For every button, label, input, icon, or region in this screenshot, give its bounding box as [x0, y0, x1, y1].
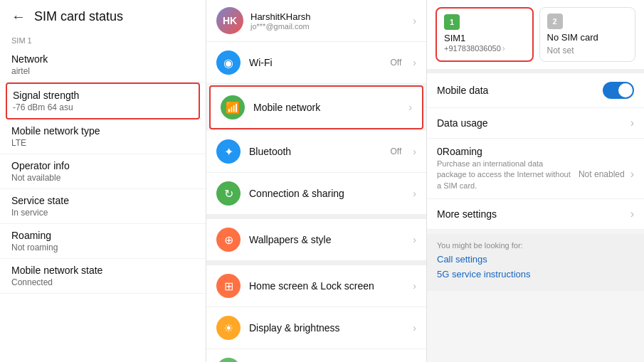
- info-row-1: Signal strength -76 dBm 64 asu: [6, 82, 200, 119]
- left-header: ← SIM card status: [0, 0, 206, 33]
- menu-label-4: Wallpapers & style: [249, 234, 404, 245]
- menu-chevron-4-icon: ›: [413, 234, 416, 245]
- menu-chevron-5-icon: ›: [413, 280, 416, 292]
- info-value-2: LTE: [11, 138, 194, 148]
- info-label-5: Roaming: [11, 230, 194, 241]
- sim2-name: No SIM card: [547, 32, 628, 43]
- user-row[interactable]: HK HarshitKHarsh jo***@gmail.com ›: [206, 0, 426, 42]
- info-row-3: Operator info Not available: [0, 154, 206, 189]
- mobile-data-toggle[interactable]: [603, 82, 634, 99]
- info-row-2: Mobile network type LTE: [0, 119, 206, 154]
- menu-item-6[interactable]: ☀ Display & brightness ›: [206, 307, 426, 349]
- suggestion-link-0[interactable]: Call settings: [437, 254, 634, 265]
- suggestions-block: You might be looking for: Call settings5…: [427, 234, 644, 291]
- roaming-title: 0Roaming: [437, 146, 634, 157]
- info-row-6: Mobile network state Connected: [0, 259, 206, 294]
- suggestion-link-1[interactable]: 5G service instructions: [437, 269, 634, 280]
- user-email: jo***@gmail.com: [250, 22, 406, 31]
- info-label-1: Signal strength: [13, 90, 193, 101]
- menu-chevron-1-icon: ›: [408, 102, 412, 113]
- info-value-5: Not roaming: [11, 243, 194, 252]
- menu-icon-5: ⊞: [216, 274, 241, 298]
- sim1-chevron-icon: ›: [502, 43, 505, 53]
- menu-value-2: Off: [391, 147, 402, 156]
- menu-label-6: Display & brightness: [249, 322, 404, 334]
- mobile-data-label: Mobile data: [437, 85, 603, 96]
- data-usage-option[interactable]: Data usage ›: [427, 108, 644, 139]
- data-usage-chevron-icon: ›: [630, 117, 634, 129]
- menu-label-0: Wi-Fi: [249, 57, 382, 68]
- info-label-6: Mobile network state: [11, 265, 194, 276]
- menu-item-2[interactable]: ✦ Bluetooth Off ›: [206, 131, 426, 173]
- menu-icon-3: ↻: [216, 181, 241, 206]
- more-settings-option[interactable]: More settings ›: [427, 199, 644, 230]
- sim-label: SIM 1: [0, 33, 206, 48]
- right-panel: 1 SIM1 +917838036050 › 2 No SIM card Not…: [427, 0, 644, 362]
- menu-chevron-0-icon: ›: [413, 57, 416, 68]
- sim2-status: Not set: [547, 46, 628, 55]
- menu-icon-2: ✦: [216, 139, 241, 164]
- info-value-4: In service: [11, 208, 194, 218]
- info-value-3: Not available: [11, 173, 194, 183]
- menu-item-5[interactable]: ⊞ Home screen & Lock screen ›: [206, 265, 426, 307]
- menu-value-0: Off: [391, 58, 402, 68]
- sim1-number: +917838036050: [444, 44, 501, 53]
- info-value-0: airtel: [11, 66, 194, 76]
- menu-icon-6: ☀: [216, 316, 241, 340]
- info-value-1: -76 dBm 64 asu: [13, 102, 193, 112]
- menu-item-4[interactable]: ⊕ Wallpapers & style ›: [206, 219, 426, 261]
- menu-item-1[interactable]: 📶 Mobile network ›: [209, 85, 423, 129]
- menu-chevron-6-icon: ›: [413, 322, 416, 334]
- info-value-6: Connected: [11, 277, 194, 287]
- roaming-status: Not enabled: [579, 169, 625, 179]
- more-settings-chevron-icon: ›: [630, 208, 634, 220]
- menu-item-0[interactable]: ◉ Wi-Fi Off ›: [206, 42, 426, 84]
- menu-chevron-3-icon: ›: [413, 188, 416, 199]
- sim2-card[interactable]: 2 No SIM card Not set: [539, 7, 636, 62]
- menu-item-3[interactable]: ↻ Connection & sharing ›: [206, 173, 426, 215]
- sim1-name: SIM1: [444, 33, 525, 43]
- left-panel: ← SIM card status SIM 1 Network airtel S…: [0, 0, 206, 362]
- page-title: SIM card status: [34, 9, 123, 24]
- menu-icon-0: ◉: [216, 50, 241, 75]
- sim-selector: 1 SIM1 +917838036050 › 2 No SIM card Not…: [427, 0, 644, 73]
- sim1-badge: 1: [444, 14, 460, 30]
- roaming-desc: Purchase an international data package t…: [437, 159, 573, 191]
- info-row-4: Service state In service: [0, 189, 206, 224]
- mobile-data-option[interactable]: Mobile data: [427, 73, 644, 108]
- more-settings-label: More settings: [437, 208, 630, 220]
- middle-panel: HK HarshitKHarsh jo***@gmail.com › ◉ Wi-…: [206, 0, 427, 362]
- menu-label-2: Bluetooth: [249, 146, 382, 157]
- menu-icon-4: ⊕: [216, 228, 241, 252]
- info-label-4: Service state: [11, 195, 194, 206]
- info-row-5: Roaming Not roaming: [0, 224, 206, 259]
- menu-label-1: Mobile network: [253, 102, 400, 113]
- user-info: HarshitKHarsh jo***@gmail.com: [250, 11, 406, 31]
- user-name: HarshitKHarsh: [250, 11, 406, 22]
- menu-label-3: Connection & sharing: [249, 188, 404, 199]
- menu-icon-7: 🔔: [216, 358, 241, 362]
- suggestions-title: You might be looking for:: [437, 241, 634, 250]
- menu-label-5: Home screen & Lock screen: [249, 280, 404, 292]
- back-icon[interactable]: ←: [11, 9, 26, 25]
- roaming-block[interactable]: 0Roaming Purchase an international data …: [427, 139, 644, 199]
- menu-chevron-2-icon: ›: [413, 146, 416, 157]
- menu-item-7[interactable]: 🔔 Sounds & vibration ›: [206, 349, 426, 362]
- data-usage-label: Data usage: [437, 117, 630, 129]
- avatar: HK: [216, 7, 243, 34]
- sim1-card[interactable]: 1 SIM1 +917838036050 ›: [436, 7, 534, 62]
- menu-icon-1: 📶: [221, 95, 245, 119]
- info-label-0: Network: [11, 53, 194, 65]
- info-label-2: Mobile network type: [11, 125, 194, 137]
- chevron-right-icon: ›: [413, 15, 416, 26]
- info-row-0: Network airtel: [0, 48, 206, 82]
- sim2-badge: 2: [547, 14, 563, 29]
- roaming-chevron-icon: ›: [630, 168, 634, 181]
- info-label-3: Operator info: [11, 160, 194, 171]
